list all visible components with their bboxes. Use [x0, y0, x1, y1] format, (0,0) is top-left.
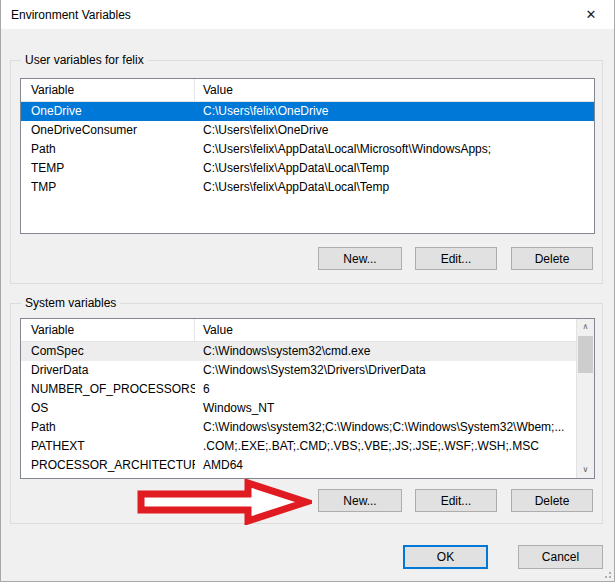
system-variables-label: System variables	[21, 296, 120, 310]
system-row-comspec[interactable]: ComSpec C:\Windows\system32\cmd.exe	[21, 342, 577, 361]
user-col-variable[interactable]: Variable	[21, 79, 195, 101]
system-new-button[interactable]: New...	[318, 489, 402, 512]
user-edit-button[interactable]: Edit...	[415, 247, 497, 270]
system-row-processor-architecture[interactable]: PROCESSOR_ARCHITECTURE AMD64	[21, 456, 577, 475]
user-row-onedriveconsumer[interactable]: OneDriveConsumer C:\Users\felix\OneDrive	[21, 121, 594, 140]
scroll-up-icon[interactable]: ∧	[577, 319, 594, 335]
scrollbar-thumb[interactable]	[578, 336, 593, 373]
user-row-onedrive[interactable]: OneDrive C:\Users\felix\OneDrive	[21, 102, 594, 121]
system-row-pathext[interactable]: PATHEXT .COM;.EXE;.BAT;.CMD;.VBS;.VBE;.J…	[21, 437, 577, 456]
system-variables-list[interactable]: Variable Value ComSpec C:\Windows\system…	[20, 318, 595, 479]
resize-grip-icon[interactable]	[601, 568, 611, 578]
user-col-value[interactable]: Value	[195, 79, 594, 101]
user-list-header: Variable Value	[21, 79, 594, 102]
system-row-path[interactable]: Path C:\Windows\system32;C:\Windows;C:\W…	[21, 418, 577, 437]
close-icon[interactable]: ✕	[576, 2, 606, 26]
system-row-number-of-processors[interactable]: NUMBER_OF_PROCESSORS 6	[21, 380, 577, 399]
environment-variables-dialog: Environment Variables ✕ User variables f…	[0, 0, 615, 582]
system-delete-button[interactable]: Delete	[511, 489, 593, 512]
window-title: Environment Variables	[1, 8, 131, 22]
system-row-os[interactable]: OS Windows_NT	[21, 399, 577, 418]
system-list-scrollbar[interactable]: ∧ ∨	[576, 319, 594, 478]
title-bar: Environment Variables ✕	[1, 0, 614, 29]
system-list-header: Variable Value	[21, 319, 577, 342]
user-variables-list[interactable]: Variable Value OneDrive C:\Users\felix\O…	[20, 78, 595, 234]
user-row-path[interactable]: Path C:\Users\felix\AppData\Local\Micros…	[21, 140, 594, 159]
user-row-tmp[interactable]: TMP C:\Users\felix\AppData\Local\Temp	[21, 178, 594, 197]
ok-button[interactable]: OK	[403, 545, 488, 569]
system-col-value[interactable]: Value	[195, 319, 577, 341]
scroll-down-icon[interactable]: ∨	[577, 462, 594, 478]
user-variables-label: User variables for felix	[21, 53, 148, 67]
user-delete-button[interactable]: Delete	[511, 247, 593, 270]
user-new-button[interactable]: New...	[318, 247, 402, 270]
system-col-variable[interactable]: Variable	[21, 319, 195, 341]
system-edit-button[interactable]: Edit...	[415, 489, 497, 512]
system-row-driverdata[interactable]: DriverData C:\Windows\System32\Drivers\D…	[21, 361, 577, 380]
user-row-temp[interactable]: TEMP C:\Users\felix\AppData\Local\Temp	[21, 159, 594, 178]
cancel-button[interactable]: Cancel	[518, 545, 603, 569]
